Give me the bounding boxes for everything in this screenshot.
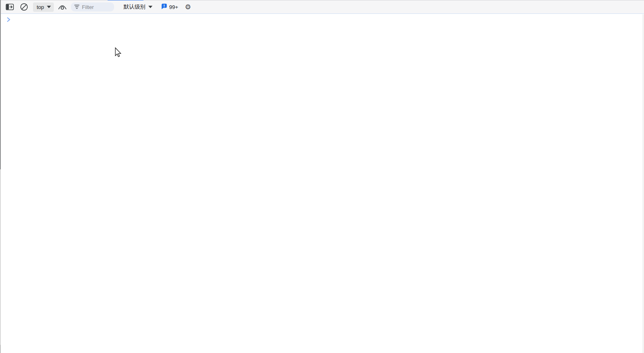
console-toolbar: top 默认级别	[1, 0, 644, 14]
javascript-context-selector[interactable]: top	[33, 2, 54, 12]
console-settings-button[interactable]: ⚙	[183, 2, 193, 12]
gear-icon: ⚙	[185, 4, 191, 11]
chevron-right-icon	[7, 16, 11, 24]
context-selector-label: top	[37, 4, 44, 10]
log-levels-dropdown[interactable]: 默认级别	[122, 2, 154, 12]
create-live-expression-button[interactable]	[57, 2, 68, 12]
issues-counter-button[interactable]: 99+	[160, 2, 179, 12]
scrollbar-track[interactable]	[642, 14, 644, 353]
filter-lines-icon	[74, 3, 82, 11]
console-messages-area[interactable]	[1, 14, 642, 353]
chevron-down-icon	[148, 6, 152, 8]
issues-bubble-icon	[161, 3, 167, 11]
devtools-console-panel: top 默认级别	[0, 0, 644, 353]
window-edge-left-light	[0, 169, 1, 345]
window-edge-left-dark	[0, 0, 1, 169]
console-input[interactable]	[11, 15, 642, 23]
window-edge-left-foot	[0, 345, 1, 353]
clear-console-button[interactable]	[19, 2, 29, 12]
ban-circle-icon	[20, 3, 28, 11]
console-prompt-row[interactable]	[1, 15, 642, 24]
show-console-sidebar-icon	[6, 4, 14, 10]
eye-icon	[58, 4, 67, 10]
console-filter-field[interactable]	[71, 2, 114, 11]
log-levels-label: 默认级别	[124, 4, 146, 10]
filter-input[interactable]	[82, 4, 111, 10]
issues-count: 99+	[169, 4, 178, 10]
show-console-sidebar-button[interactable]	[4, 2, 15, 12]
chevron-down-icon	[47, 6, 51, 8]
